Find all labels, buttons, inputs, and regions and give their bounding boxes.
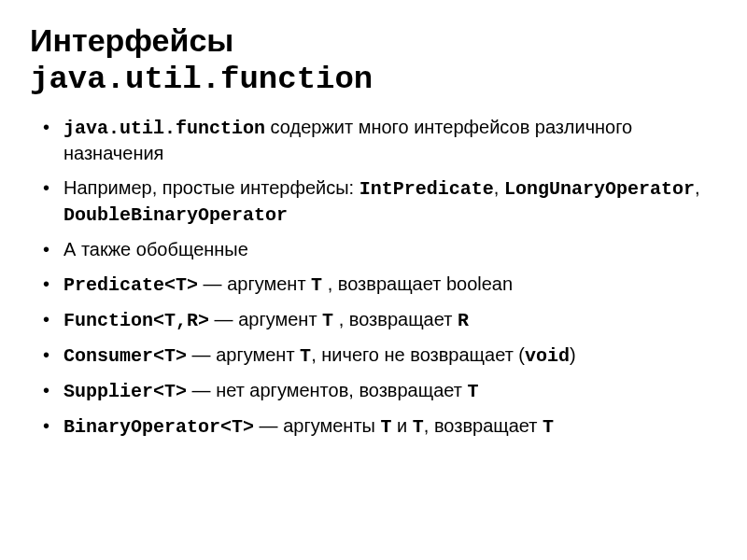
text-run: T bbox=[311, 274, 322, 296]
text-run: IntPredicate bbox=[359, 178, 494, 200]
text-run: — аргументы bbox=[254, 415, 380, 436]
text-run: , возвращает boolean bbox=[322, 273, 513, 294]
list-item: А также обобщенные bbox=[63, 237, 717, 262]
list-item: Function<T,R> — аргумент T , возвращает … bbox=[63, 307, 717, 333]
title-line1: Интерфейсы bbox=[30, 22, 233, 58]
text-run: А также обобщенные bbox=[63, 239, 248, 259]
text-run: T bbox=[543, 416, 554, 438]
list-item: Consumer<T> — аргумент T, ничего не возв… bbox=[63, 343, 717, 369]
text-run: , возвращает bbox=[424, 415, 543, 436]
text-run: и bbox=[392, 415, 413, 436]
list-item: Predicate<T> — аргумент T , возвращает b… bbox=[63, 272, 717, 298]
text-run: , bbox=[494, 177, 504, 198]
title-line2-code: java.util.function bbox=[30, 62, 373, 97]
text-run: Predicate<T> bbox=[63, 274, 198, 296]
list-item: Supplier<T> — нет аргументов, возвращает… bbox=[63, 378, 717, 404]
text-run: Supplier<T> bbox=[63, 381, 187, 402]
text-run: LongUnaryOperator bbox=[504, 178, 695, 200]
text-run: java.util.function bbox=[63, 118, 265, 139]
text-run: Function<T,R> bbox=[63, 310, 209, 331]
text-run: T bbox=[300, 345, 311, 367]
text-run: ) bbox=[570, 344, 576, 365]
text-run: — аргумент bbox=[187, 344, 300, 365]
text-run: DoubleBinaryOperator bbox=[63, 204, 288, 226]
slide-title: Интерфейсы java.util.function bbox=[30, 22, 717, 98]
bullet-list: java.util.function содержит много интерф… bbox=[30, 115, 717, 440]
list-item: BinaryOperator<T> — аргументы T и T, воз… bbox=[63, 413, 717, 440]
text-run: T bbox=[322, 310, 333, 331]
text-run: void bbox=[525, 345, 570, 367]
text-run: T bbox=[413, 416, 424, 438]
text-run: R bbox=[458, 310, 469, 331]
list-item: Например, простые интерфейсы: IntPredica… bbox=[63, 175, 717, 228]
text-run: , ничего не возвращает ( bbox=[311, 344, 525, 365]
text-run: — нет аргументов, возвращает bbox=[187, 380, 467, 400]
text-run: T bbox=[468, 381, 479, 402]
text-run: Consumer<T> bbox=[63, 345, 187, 367]
list-item: java.util.function содержит много интерф… bbox=[63, 115, 717, 166]
text-run: , возвращает bbox=[333, 309, 458, 329]
text-run: — аргумент bbox=[198, 273, 311, 294]
text-run: T bbox=[381, 416, 392, 438]
text-run: , bbox=[695, 177, 700, 198]
text-run: — аргумент bbox=[209, 309, 322, 329]
text-run: Например, простые интерфейсы: bbox=[63, 177, 359, 198]
text-run: BinaryOperator<T> bbox=[63, 416, 254, 438]
